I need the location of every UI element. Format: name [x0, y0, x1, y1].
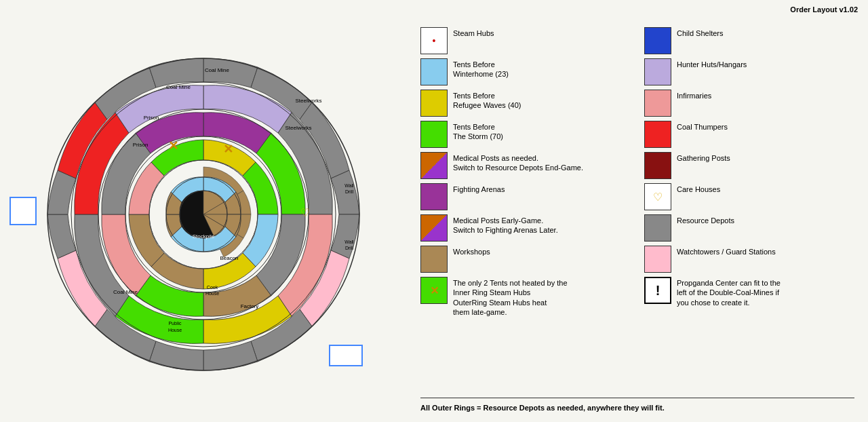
legend-item-medical-fighting: Medical Posts Early-Game.Switch to Fight… [420, 214, 631, 242]
public-house-label2: House [168, 328, 182, 332]
legend-item-care-houses: ♡ Care Houses [644, 183, 854, 210]
workshops-swatch [420, 246, 448, 273]
steam-hubs-swatch: • [420, 27, 448, 54]
cook-house-label: Cook [207, 285, 218, 290]
factory-label: Factory [241, 303, 259, 309]
svg-rect-9 [10, 197, 36, 225]
coal-thumpers-text: Coal Thumpers [677, 121, 728, 132]
steam-hubs-text: Steam Hubs [453, 27, 494, 38]
tents-refugee-text: Tents BeforeRefugee Waves (40) [453, 90, 521, 111]
tents-storm-swatch [420, 121, 448, 148]
hunter-huts-swatch [644, 58, 671, 85]
care-houses-swatch: ♡ [644, 183, 671, 210]
coal-mine-label-3: Coal Mine [113, 289, 138, 295]
fighting-arenas-swatch [420, 183, 448, 210]
steelworks-label-2: Steelworks [285, 125, 311, 131]
medical-posts-swatch [420, 152, 448, 179]
footer-text: All Outer Rings = Resource Depots as nee… [420, 398, 854, 412]
heart-1: ♡ [300, 207, 310, 218]
cook-house-label2: House [205, 291, 219, 296]
medical-posts-text: Medical Posts as needed.Switch to Resour… [453, 152, 583, 173]
chart-area: Coal Mine Coal Mine Coal Mine Steelworks… [0, 0, 407, 422]
legend-item-workshops: Workshops [420, 246, 631, 273]
version-label: Order Layout v1.02 [790, 5, 858, 14]
prison-label-2: Prison [133, 142, 149, 148]
legend-item-watchtowers: Watchtowers / Guard Stations [644, 246, 854, 273]
medical-fighting-swatch [420, 214, 448, 242]
infirmaries-text: Infirmaries [677, 90, 711, 100]
watchtowers-text: Watchtowers / Guard Stations [677, 246, 776, 256]
svg-rect-10 [330, 345, 362, 366]
legend-item-tents-storm: Tents BeforeThe Storm (70) [420, 121, 631, 148]
legend-item-fighting-arenas: Fighting Arenas [420, 183, 631, 210]
gathering-posts-text: Gathering Posts [677, 152, 730, 163]
watchtowers-swatch [644, 246, 671, 273]
legend-item-tents-refugee: Tents BeforeRefugee Waves (40) [420, 90, 631, 117]
fighting-arenas-text: Fighting Arenas [453, 183, 505, 194]
legend-item-gathering-posts: Gathering Posts [644, 152, 854, 179]
steam-hubs-dot: • [433, 35, 436, 46]
legend-item-resource-depots: Resource Depots [644, 214, 854, 242]
propaganda-text: Propganda Center can fit to theleft of t… [677, 277, 781, 307]
exclamation-mark: ! [656, 283, 660, 299]
wall-drill-label-1: Wall [344, 183, 354, 188]
care-houses-heart: ♡ [653, 191, 663, 204]
circular-chart: Coal Mine Coal Mine Coal Mine Steelworks… [7, 7, 400, 415]
wall-drill-label-1b: Drill [345, 189, 353, 194]
care-houses-text: Care Houses [677, 183, 720, 194]
beacon-label: Beacon [220, 255, 238, 261]
workshops-text: Workshops [453, 246, 490, 256]
propaganda-swatch: ! [644, 277, 671, 304]
legend-item-infirmaries: Infirmaries [644, 90, 854, 117]
tents-storm-text: Tents BeforeThe Storm (70) [453, 121, 503, 142]
coal-mine-label-2: Coal Mine [166, 84, 191, 90]
legend-item-tents-winterhome: Tents BeforeWinterhome (23) [420, 58, 631, 85]
coal-mine-label-1: Coal Mine [205, 67, 230, 73]
hunter-huts-text: Hunter Huts/Hangars [677, 58, 747, 69]
x-mark-legend: ✕ [430, 284, 439, 297]
legend-area: Order Layout v1.02 • Steam Hubs Child Sh… [407, 0, 868, 422]
wall-drill-label-2: Wall [344, 239, 354, 244]
stockpile-label: Stockpile [193, 233, 215, 239]
unheated-tents-swatch: ✕ [420, 277, 448, 304]
legend-item-propaganda: ! Propganda Center can fit to theleft of… [644, 277, 854, 317]
coal-thumpers-swatch [644, 121, 671, 148]
child-shelters-swatch [644, 27, 671, 54]
medical-fighting-text: Medical Posts Early-Game.Switch to Fight… [453, 214, 558, 235]
legend-item-child-shelters: Child Shelters [644, 27, 854, 54]
steelworks-label-1: Steelworks [295, 98, 321, 104]
unheated-tents-text: The only 2 Tents not heated by theInner … [453, 277, 568, 317]
resource-depots-swatch [644, 214, 671, 242]
legend-item-unheated-tents: ✕ The only 2 Tents not heated by theInne… [420, 277, 631, 317]
x-mark-2: ✕ [168, 139, 178, 153]
legend-item-hunter-huts: Hunter Huts/Hangars [644, 58, 854, 85]
public-house-label: Public [168, 321, 182, 326]
legend-item-coal-thumpers: Coal Thumpers [644, 121, 854, 148]
gathering-posts-swatch [644, 152, 671, 179]
resource-depots-text: Resource Depots [677, 214, 734, 225]
legend-item-medical-posts: Medical Posts as needed.Switch to Resour… [420, 152, 631, 179]
tents-winterhome-text: Tents BeforeWinterhome (23) [453, 58, 509, 79]
x-mark-1: ✕ [223, 142, 233, 156]
infirmaries-swatch [644, 90, 671, 117]
tents-refugee-swatch [420, 90, 448, 117]
legend-grid: • Steam Hubs Child Shelters Tents Before… [420, 27, 854, 317]
tents-winterhome-swatch [420, 58, 448, 85]
legend-item-steam-hubs: • Steam Hubs [420, 27, 631, 54]
prison-label-1: Prison [144, 115, 159, 121]
wall-drill-label-2b: Drill [345, 246, 353, 250]
child-shelters-text: Child Shelters [677, 27, 723, 38]
